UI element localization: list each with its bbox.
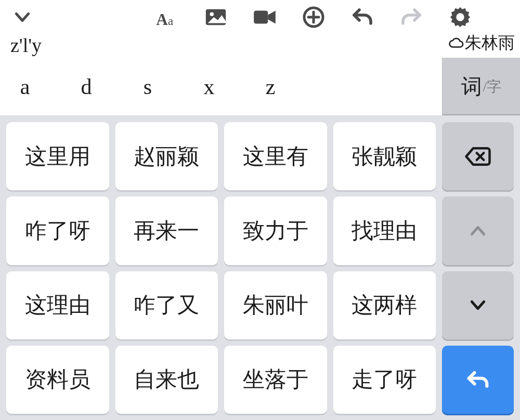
page-up-key[interactable] (442, 196, 514, 265)
backspace-icon (464, 142, 492, 170)
page-down-key[interactable] (442, 271, 514, 339)
candidate[interactable]: 再来一 (115, 196, 218, 265)
filter-letters: a d s x z (0, 74, 281, 99)
chevron-up-icon (467, 220, 488, 241)
svg-point-3 (210, 12, 214, 16)
image-icon[interactable] (203, 4, 229, 30)
pinyin-text: z'l'y (10, 34, 42, 57)
candidate[interactable]: 这里用 (6, 122, 109, 190)
cloud-candidate-text: 朱林雨 (465, 32, 515, 55)
svg-rect-4 (254, 10, 268, 23)
mode-primary: 词 (461, 72, 482, 101)
return-icon (464, 366, 491, 393)
undo-icon[interactable] (349, 4, 375, 30)
chevron-down-icon (467, 295, 488, 316)
settings-icon[interactable] (447, 4, 473, 30)
svg-point-8 (456, 13, 464, 21)
filter-letter[interactable]: z (260, 74, 281, 99)
toolbar: Aa (0, 0, 520, 34)
filter-letter[interactable]: d (76, 74, 97, 99)
filter-letter[interactable]: x (199, 74, 219, 99)
cloud-icon (448, 35, 464, 51)
candidate[interactable]: 赵丽颖 (115, 122, 218, 190)
candidate[interactable]: 资料员 (6, 346, 109, 414)
mode-secondary: /字 (483, 77, 502, 97)
filter-row: a d s x z 词/字 (0, 58, 520, 116)
redo-icon[interactable] (398, 4, 424, 30)
svg-text:A: A (156, 10, 168, 28)
candidate[interactable]: 走了呀 (333, 346, 436, 414)
cloud-candidate[interactable]: 朱林雨 (448, 32, 515, 55)
word-char-toggle[interactable]: 词/字 (442, 58, 520, 115)
candidate[interactable]: 张靓颖 (333, 122, 436, 190)
candidate[interactable]: 这里有 (224, 122, 327, 190)
side-column (442, 116, 520, 420)
candidate[interactable]: 咋了呀 (6, 196, 109, 265)
enter-key[interactable] (442, 346, 514, 414)
pinyin-input-row: z'l'y 朱林雨 (0, 34, 520, 58)
filter-letter[interactable]: s (137, 74, 158, 99)
svg-text:a: a (168, 14, 173, 27)
candidate[interactable]: 自来也 (115, 346, 218, 414)
candidate[interactable]: 坐落于 (224, 346, 327, 414)
video-icon[interactable] (252, 4, 278, 30)
candidate-area: 这里用 赵丽颖 这里有 张靓颖 咋了呀 再来一 致力于 找理由 这理由 咋了又 … (0, 116, 520, 420)
filter-letter[interactable]: a (15, 74, 35, 99)
candidate[interactable]: 这理由 (6, 271, 109, 339)
collapse-icon[interactable] (9, 4, 35, 30)
candidate[interactable]: 这两样 (333, 271, 436, 339)
text-format-icon[interactable]: Aa (154, 4, 180, 30)
candidate[interactable]: 咋了又 (115, 271, 218, 339)
backspace-key[interactable] (442, 122, 514, 190)
add-icon[interactable] (301, 4, 327, 30)
candidate-grid: 这里用 赵丽颖 这里有 张靓颖 咋了呀 再来一 致力于 找理由 这理由 咋了又 … (0, 116, 442, 420)
candidate[interactable]: 朱丽叶 (224, 271, 327, 339)
candidate[interactable]: 找理由 (333, 196, 436, 265)
candidate[interactable]: 致力于 (224, 196, 327, 265)
